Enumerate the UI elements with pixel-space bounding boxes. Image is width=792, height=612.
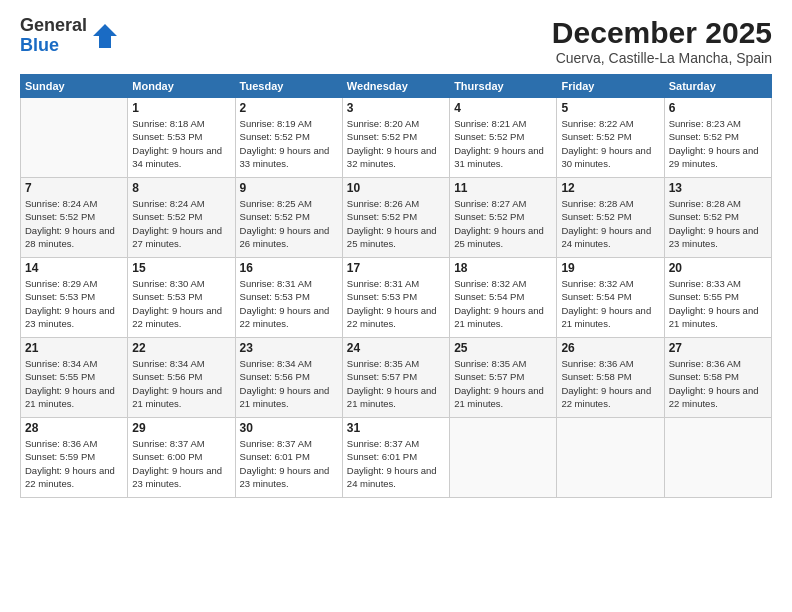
day-number: 23 [240, 341, 338, 355]
day-info: Sunrise: 8:36 AMSunset: 5:58 PMDaylight:… [669, 357, 767, 410]
calendar-week-row: 21Sunrise: 8:34 AMSunset: 5:55 PMDayligh… [21, 338, 772, 418]
calendar-header-monday: Monday [128, 75, 235, 98]
day-number: 29 [132, 421, 230, 435]
day-number: 6 [669, 101, 767, 115]
day-info: Sunrise: 8:26 AMSunset: 5:52 PMDaylight:… [347, 197, 445, 250]
day-info: Sunrise: 8:29 AMSunset: 5:53 PMDaylight:… [25, 277, 123, 330]
day-info: Sunrise: 8:34 AMSunset: 5:56 PMDaylight:… [132, 357, 230, 410]
calendar-header-row: SundayMondayTuesdayWednesdayThursdayFrid… [21, 75, 772, 98]
day-info: Sunrise: 8:28 AMSunset: 5:52 PMDaylight:… [669, 197, 767, 250]
calendar-header-tuesday: Tuesday [235, 75, 342, 98]
calendar-week-row: 28Sunrise: 8:36 AMSunset: 5:59 PMDayligh… [21, 418, 772, 498]
calendar-cell: 17Sunrise: 8:31 AMSunset: 5:53 PMDayligh… [342, 258, 449, 338]
calendar-cell: 26Sunrise: 8:36 AMSunset: 5:58 PMDayligh… [557, 338, 664, 418]
day-info: Sunrise: 8:23 AMSunset: 5:52 PMDaylight:… [669, 117, 767, 170]
day-info: Sunrise: 8:18 AMSunset: 5:53 PMDaylight:… [132, 117, 230, 170]
calendar-week-row: 7Sunrise: 8:24 AMSunset: 5:52 PMDaylight… [21, 178, 772, 258]
day-info: Sunrise: 8:20 AMSunset: 5:52 PMDaylight:… [347, 117, 445, 170]
day-info: Sunrise: 8:32 AMSunset: 5:54 PMDaylight:… [454, 277, 552, 330]
calendar-cell: 11Sunrise: 8:27 AMSunset: 5:52 PMDayligh… [450, 178, 557, 258]
calendar-table: SundayMondayTuesdayWednesdayThursdayFrid… [20, 74, 772, 498]
day-info: Sunrise: 8:35 AMSunset: 5:57 PMDaylight:… [454, 357, 552, 410]
calendar-cell: 24Sunrise: 8:35 AMSunset: 5:57 PMDayligh… [342, 338, 449, 418]
page: General Blue December 2025 Cuerva, Casti… [0, 0, 792, 612]
day-info: Sunrise: 8:37 AMSunset: 6:01 PMDaylight:… [347, 437, 445, 490]
day-number: 20 [669, 261, 767, 275]
day-number: 4 [454, 101, 552, 115]
calendar-cell: 4Sunrise: 8:21 AMSunset: 5:52 PMDaylight… [450, 98, 557, 178]
day-info: Sunrise: 8:36 AMSunset: 5:59 PMDaylight:… [25, 437, 123, 490]
calendar-cell: 14Sunrise: 8:29 AMSunset: 5:53 PMDayligh… [21, 258, 128, 338]
calendar-cell: 10Sunrise: 8:26 AMSunset: 5:52 PMDayligh… [342, 178, 449, 258]
calendar-header-thursday: Thursday [450, 75, 557, 98]
calendar-cell [21, 98, 128, 178]
calendar-cell: 20Sunrise: 8:33 AMSunset: 5:55 PMDayligh… [664, 258, 771, 338]
calendar-cell: 2Sunrise: 8:19 AMSunset: 5:52 PMDaylight… [235, 98, 342, 178]
day-info: Sunrise: 8:24 AMSunset: 5:52 PMDaylight:… [132, 197, 230, 250]
day-number: 26 [561, 341, 659, 355]
calendar-cell: 16Sunrise: 8:31 AMSunset: 5:53 PMDayligh… [235, 258, 342, 338]
logo-icon [91, 22, 119, 50]
header: General Blue December 2025 Cuerva, Casti… [20, 16, 772, 66]
day-info: Sunrise: 8:34 AMSunset: 5:56 PMDaylight:… [240, 357, 338, 410]
day-number: 19 [561, 261, 659, 275]
day-number: 2 [240, 101, 338, 115]
day-info: Sunrise: 8:33 AMSunset: 5:55 PMDaylight:… [669, 277, 767, 330]
day-number: 27 [669, 341, 767, 355]
calendar-cell: 3Sunrise: 8:20 AMSunset: 5:52 PMDaylight… [342, 98, 449, 178]
day-info: Sunrise: 8:31 AMSunset: 5:53 PMDaylight:… [240, 277, 338, 330]
day-number: 3 [347, 101, 445, 115]
day-number: 16 [240, 261, 338, 275]
day-number: 13 [669, 181, 767, 195]
day-info: Sunrise: 8:32 AMSunset: 5:54 PMDaylight:… [561, 277, 659, 330]
calendar-cell: 18Sunrise: 8:32 AMSunset: 5:54 PMDayligh… [450, 258, 557, 338]
calendar-cell: 29Sunrise: 8:37 AMSunset: 6:00 PMDayligh… [128, 418, 235, 498]
calendar-cell: 25Sunrise: 8:35 AMSunset: 5:57 PMDayligh… [450, 338, 557, 418]
day-number: 21 [25, 341, 123, 355]
calendar-cell: 19Sunrise: 8:32 AMSunset: 5:54 PMDayligh… [557, 258, 664, 338]
day-number: 11 [454, 181, 552, 195]
calendar-cell: 23Sunrise: 8:34 AMSunset: 5:56 PMDayligh… [235, 338, 342, 418]
calendar-cell: 12Sunrise: 8:28 AMSunset: 5:52 PMDayligh… [557, 178, 664, 258]
day-info: Sunrise: 8:25 AMSunset: 5:52 PMDaylight:… [240, 197, 338, 250]
calendar-header-wednesday: Wednesday [342, 75, 449, 98]
day-number: 7 [25, 181, 123, 195]
day-info: Sunrise: 8:37 AMSunset: 6:00 PMDaylight:… [132, 437, 230, 490]
day-number: 10 [347, 181, 445, 195]
day-number: 5 [561, 101, 659, 115]
calendar-cell: 15Sunrise: 8:30 AMSunset: 5:53 PMDayligh… [128, 258, 235, 338]
day-info: Sunrise: 8:36 AMSunset: 5:58 PMDaylight:… [561, 357, 659, 410]
calendar-cell: 30Sunrise: 8:37 AMSunset: 6:01 PMDayligh… [235, 418, 342, 498]
title-block: December 2025 Cuerva, Castille-La Mancha… [552, 16, 772, 66]
calendar-cell [557, 418, 664, 498]
calendar-header-saturday: Saturday [664, 75, 771, 98]
calendar-cell: 8Sunrise: 8:24 AMSunset: 5:52 PMDaylight… [128, 178, 235, 258]
calendar-header-friday: Friday [557, 75, 664, 98]
calendar-cell [450, 418, 557, 498]
day-number: 28 [25, 421, 123, 435]
day-info: Sunrise: 8:24 AMSunset: 5:52 PMDaylight:… [25, 197, 123, 250]
calendar-week-row: 1Sunrise: 8:18 AMSunset: 5:53 PMDaylight… [21, 98, 772, 178]
calendar-cell: 22Sunrise: 8:34 AMSunset: 5:56 PMDayligh… [128, 338, 235, 418]
day-number: 25 [454, 341, 552, 355]
logo: General Blue [20, 16, 119, 56]
day-info: Sunrise: 8:35 AMSunset: 5:57 PMDaylight:… [347, 357, 445, 410]
day-number: 31 [347, 421, 445, 435]
day-number: 14 [25, 261, 123, 275]
day-number: 30 [240, 421, 338, 435]
calendar-cell: 5Sunrise: 8:22 AMSunset: 5:52 PMDaylight… [557, 98, 664, 178]
calendar-cell: 9Sunrise: 8:25 AMSunset: 5:52 PMDaylight… [235, 178, 342, 258]
day-number: 9 [240, 181, 338, 195]
calendar-cell [664, 418, 771, 498]
calendar-cell: 6Sunrise: 8:23 AMSunset: 5:52 PMDaylight… [664, 98, 771, 178]
calendar-cell: 13Sunrise: 8:28 AMSunset: 5:52 PMDayligh… [664, 178, 771, 258]
calendar-cell: 1Sunrise: 8:18 AMSunset: 5:53 PMDaylight… [128, 98, 235, 178]
calendar-cell: 31Sunrise: 8:37 AMSunset: 6:01 PMDayligh… [342, 418, 449, 498]
day-info: Sunrise: 8:37 AMSunset: 6:01 PMDaylight:… [240, 437, 338, 490]
calendar-cell: 21Sunrise: 8:34 AMSunset: 5:55 PMDayligh… [21, 338, 128, 418]
day-info: Sunrise: 8:19 AMSunset: 5:52 PMDaylight:… [240, 117, 338, 170]
day-info: Sunrise: 8:30 AMSunset: 5:53 PMDaylight:… [132, 277, 230, 330]
title-location: Cuerva, Castille-La Mancha, Spain [552, 50, 772, 66]
day-info: Sunrise: 8:28 AMSunset: 5:52 PMDaylight:… [561, 197, 659, 250]
svg-marker-0 [93, 24, 117, 48]
